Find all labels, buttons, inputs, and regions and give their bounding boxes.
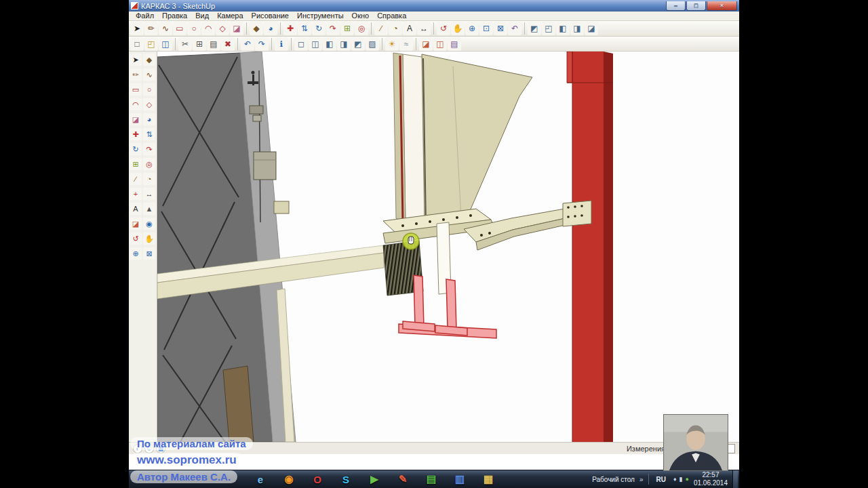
orbit-tool-icon[interactable]: ↺ — [130, 232, 142, 245]
iso-view-icon[interactable]: ◩ — [528, 22, 541, 35]
make-component-icon[interactable]: ◆ — [250, 22, 263, 35]
redo-icon[interactable]: ↷ — [255, 37, 269, 51]
language-indicator[interactable]: RU — [654, 475, 669, 484]
menu-item-2[interactable]: Правка — [158, 12, 191, 20]
paint-bucket-tool-icon[interactable]: ◕ — [264, 22, 277, 35]
maximize-button[interactable]: □ — [686, 1, 706, 11]
rectangle-tool-icon[interactable]: ▭ — [173, 22, 186, 35]
protractor-tool-icon[interactable]: ◔ — [143, 173, 155, 185]
zoom-extents-tool-icon[interactable]: ⊠ — [494, 22, 507, 35]
layers-panel-icon[interactable]: ▤ — [448, 37, 461, 51]
follow-me-tool-icon[interactable]: ↷ — [143, 143, 155, 155]
protractor-tool-icon[interactable]: ◔ — [389, 22, 402, 35]
text-tool-icon[interactable]: A — [130, 203, 142, 215]
top-view-icon[interactable]: ◰ — [542, 22, 555, 35]
arc-tool-icon[interactable]: ◠ — [130, 98, 142, 110]
offset-tool-icon[interactable]: ◎ — [143, 158, 155, 170]
tape-measure-tool-icon[interactable]: ∕ — [374, 22, 388, 35]
back-view-icon[interactable]: ◪ — [585, 22, 598, 35]
excel-icon[interactable]: ▤ — [424, 472, 439, 487]
toolbar-chevron-icon[interactable]: » — [639, 476, 644, 483]
fog-toggle-icon[interactable]: ≈ — [399, 37, 413, 51]
shaded-style-icon[interactable]: ◧ — [323, 37, 336, 51]
line-tool-icon[interactable]: ✏ — [144, 22, 158, 35]
viewport[interactable] — [157, 52, 739, 442]
menu-item-4[interactable]: Камера — [213, 12, 247, 20]
pan-tool-icon[interactable]: ✋ — [143, 232, 155, 245]
rectangle-tool-icon[interactable]: ▭ — [130, 83, 142, 96]
paint-bucket-tool-icon[interactable]: ◕ — [143, 113, 155, 125]
follow-me-tool-icon[interactable]: ↷ — [326, 22, 340, 35]
paint-app-icon[interactable]: ✎ — [395, 472, 410, 487]
axes-tool-icon[interactable]: + — [130, 188, 142, 200]
word-app-icon[interactable]: ▥ — [452, 472, 467, 487]
menu-item-1[interactable]: Файл — [132, 12, 158, 20]
right-view-icon[interactable]: ◨ — [570, 22, 584, 35]
freehand-tool-icon[interactable]: ∿ — [159, 22, 172, 35]
look-around-tool-icon[interactable]: ◉ — [143, 218, 155, 230]
close-button[interactable]: × — [707, 1, 737, 11]
erase-icon[interactable]: ✖ — [221, 37, 235, 51]
tape-measure-tool-icon[interactable]: ∕ — [130, 173, 142, 185]
dimension-tool-icon[interactable]: ↔ — [417, 22, 431, 35]
make-component-icon[interactable]: ◆ — [143, 54, 155, 66]
desktop-toolbar-label[interactable]: Рабочий стол — [592, 476, 635, 483]
save-file-icon[interactable]: ◫ — [159, 37, 172, 51]
menu-item-6[interactable]: Инструменты — [293, 12, 348, 20]
polygon-tool-icon[interactable]: ◇ — [143, 98, 155, 110]
front-view-icon[interactable]: ◧ — [556, 22, 570, 35]
3d-text-tool-icon[interactable]: ▲ — [143, 203, 155, 215]
show-desktop-button[interactable] — [732, 470, 738, 488]
zoom-extents-tool-icon[interactable]: ⊠ — [143, 247, 155, 260]
circle-tool-icon[interactable]: ○ — [187, 22, 201, 35]
menu-item-3[interactable]: Вид — [191, 12, 213, 20]
previous-view-icon[interactable]: ↶ — [508, 22, 521, 35]
offset-tool-icon[interactable]: ◎ — [355, 22, 368, 35]
tray-volume-icon[interactable]: ♦ — [673, 476, 677, 483]
freehand-tool-icon[interactable]: ∿ — [143, 68, 155, 81]
paste-icon[interactable]: ▤ — [207, 37, 220, 51]
move-tool-icon[interactable]: ✚ — [283, 22, 297, 35]
push-pull-tool-icon[interactable]: ⇅ — [143, 128, 155, 140]
model-info-icon[interactable]: ℹ — [275, 37, 288, 51]
menu-item-7[interactable]: Окно — [348, 12, 374, 20]
arc-tool-icon[interactable]: ◠ — [201, 22, 215, 35]
clock[interactable]: 22:57 01.06.2014 — [694, 471, 728, 488]
firefox-icon[interactable]: ◉ — [281, 472, 296, 487]
cut-icon[interactable]: ✂ — [178, 37, 192, 51]
pan-tool-icon[interactable]: ✋ — [451, 22, 465, 35]
section-plane-icon[interactable]: ◪ — [419, 37, 433, 51]
section-plane-icon[interactable]: ◪ — [130, 218, 142, 230]
section-cuts-icon[interactable]: ◫ — [433, 37, 447, 51]
hidden-line-style-icon[interactable]: ◫ — [309, 37, 322, 51]
text-tool-icon[interactable]: A — [403, 22, 416, 35]
select-tool-icon[interactable]: ➤ — [130, 54, 142, 66]
monochrome-style-icon[interactable]: ◩ — [351, 37, 365, 51]
wireframe-style-icon[interactable]: ◻ — [294, 37, 308, 51]
media-player-icon[interactable]: ▶ — [367, 472, 382, 487]
select-tool-icon[interactable]: ➤ — [130, 22, 144, 35]
menu-item-5[interactable]: Рисование — [248, 12, 293, 20]
tray-network-icon[interactable]: ▮ — [679, 476, 683, 483]
zoom-window-tool-icon[interactable]: ⊡ — [479, 22, 493, 35]
opera-icon[interactable]: O — [310, 472, 325, 487]
polygon-tool-icon[interactable]: ◇ — [216, 22, 229, 35]
shadows-toggle-icon[interactable]: ☀ — [385, 37, 399, 51]
eraser-tool-icon[interactable]: ◪ — [130, 113, 142, 125]
line-tool-icon[interactable]: ✏ — [130, 68, 142, 81]
internet-explorer-icon[interactable]: e — [253, 472, 268, 487]
eraser-tool-icon[interactable]: ◪ — [230, 22, 243, 35]
zoom-tool-icon[interactable]: ⊕ — [465, 22, 479, 35]
push-pull-tool-icon[interactable]: ⇅ — [298, 22, 311, 35]
menu-item-8[interactable]: Справка — [373, 12, 410, 20]
dimension-tool-icon[interactable]: ↔ — [143, 188, 155, 200]
undo-icon[interactable]: ↶ — [241, 37, 254, 51]
rotate-tool-icon[interactable]: ↻ — [130, 143, 142, 155]
circle-tool-icon[interactable]: ○ — [143, 83, 155, 96]
move-tool-icon[interactable]: ✚ — [130, 128, 142, 140]
scale-tool-icon[interactable]: ⊞ — [340, 22, 354, 35]
textured-style-icon[interactable]: ◨ — [337, 37, 351, 51]
minimize-button[interactable]: – — [666, 1, 686, 11]
skype-icon[interactable]: S — [338, 472, 353, 487]
file-manager-icon[interactable]: ▦ — [481, 472, 496, 487]
